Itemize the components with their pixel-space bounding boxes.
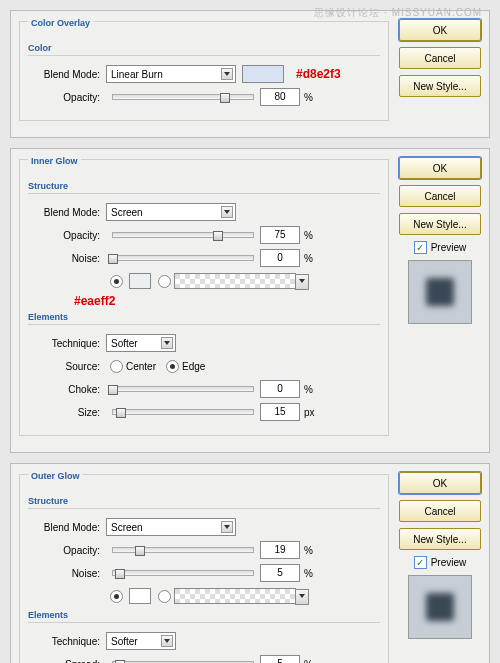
source-label: Source: [28,361,106,372]
ok-button[interactable]: OK [399,472,481,494]
source-center-radio[interactable] [110,360,123,373]
noise-slider[interactable] [112,570,254,576]
technique-select[interactable]: Softer [106,334,176,352]
opacity-input[interactable]: 19 [260,541,300,559]
spread-input[interactable]: 5 [260,655,300,663]
noise-input[interactable]: 0 [260,249,300,267]
preview-thumbnail [408,575,472,639]
section-structure: Structure [28,181,380,194]
cancel-button[interactable]: Cancel [399,500,481,522]
annotation-color2: #eaeff2 [74,294,380,308]
section-elements: Elements [28,312,380,325]
section-color: Color [28,43,380,56]
opacity-slider[interactable] [112,94,254,100]
opacity-slider[interactable] [112,232,254,238]
noise-label: Noise: [28,568,106,579]
outer-glow-panel: Outer Glow Structure Blend Mode: Screen … [10,463,490,663]
preview-checkbox[interactable]: ✓ [414,556,427,569]
preview-checkbox[interactable]: ✓ [414,241,427,254]
opacity-label: Opacity: [28,92,106,103]
choke-label: Choke: [28,384,106,395]
color-radio[interactable] [110,590,123,603]
color-radio[interactable] [110,275,123,288]
color-swatch[interactable] [129,273,151,289]
blend-label: Blend Mode: [28,207,106,218]
opacity-input[interactable]: 80 [260,88,300,106]
new-style-button[interactable]: New Style... [399,528,481,550]
noise-input[interactable]: 5 [260,564,300,582]
new-style-button[interactable]: New Style... [399,75,481,97]
cancel-button[interactable]: Cancel [399,185,481,207]
section-elements: Elements [28,610,380,623]
blend-label: Blend Mode: [28,69,106,80]
ok-button[interactable]: OK [399,19,481,41]
opacity-label: Opacity: [28,230,106,241]
blend-mode-select[interactable]: Screen [106,203,236,221]
unit-pct: % [304,92,313,103]
size-label: Size: [28,407,106,418]
watermark-text: 思缘设计论坛 · MISSYUAN.COM [314,6,482,20]
panel-title: Inner Glow [28,156,81,166]
gradient-picker[interactable] [174,273,296,289]
source-edge-radio[interactable] [166,360,179,373]
blend-label: Blend Mode: [28,522,106,533]
size-input[interactable]: 15 [260,403,300,421]
ok-button[interactable]: OK [399,157,481,179]
color-overlay-panel: Color Overlay Color Blend Mode: Linear B… [10,10,490,138]
color-swatch[interactable] [129,588,151,604]
size-slider[interactable] [112,409,254,415]
preview-thumbnail [408,260,472,324]
annotation-color1: #d8e2f3 [296,67,341,81]
opacity-input[interactable]: 75 [260,226,300,244]
opacity-slider[interactable] [112,547,254,553]
noise-label: Noise: [28,253,106,264]
spread-label: Spread: [28,659,106,664]
panel-title: Color Overlay [28,18,93,28]
technique-select[interactable]: Softer [106,632,176,650]
choke-slider[interactable] [112,386,254,392]
inner-glow-panel: Inner Glow Structure Blend Mode: Screen … [10,148,490,453]
choke-input[interactable]: 0 [260,380,300,398]
panel-title: Outer Glow [28,471,83,481]
gradient-radio[interactable] [158,275,171,288]
blend-mode-select[interactable]: Linear Burn [106,65,236,83]
section-structure: Structure [28,496,380,509]
cancel-button[interactable]: Cancel [399,47,481,69]
new-style-button[interactable]: New Style... [399,213,481,235]
blend-mode-select[interactable]: Screen [106,518,236,536]
gradient-radio[interactable] [158,590,171,603]
opacity-label: Opacity: [28,545,106,556]
technique-label: Technique: [28,636,106,647]
gradient-picker[interactable] [174,588,296,604]
color-swatch[interactable] [242,65,284,83]
noise-slider[interactable] [112,255,254,261]
technique-label: Technique: [28,338,106,349]
